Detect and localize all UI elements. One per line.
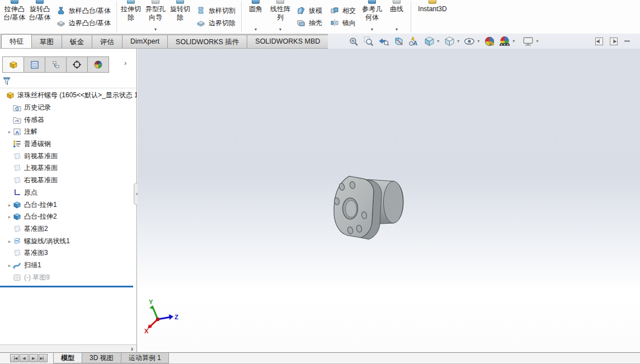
view-annotations-icon[interactable]: A (408, 36, 420, 47)
tree-item-history[interactable]: 历史记录 (0, 102, 137, 114)
expand-arrow-icon[interactable]: ▶ (7, 239, 12, 243)
tab-solidworks-mbd[interactable]: SOLIDWORKS MBD (247, 35, 328, 48)
linear-pattern-button[interactable]: 线性阵 列 ▾ (268, 0, 293, 34)
dimxpertmanager-tab[interactable] (66, 56, 88, 73)
tree-filter-icon[interactable] (2, 77, 12, 86)
tab-solidworks-addins[interactable]: SOLIDWORKS 插件 (167, 35, 247, 48)
boundary-cut-button[interactable]: 边界切除 (196, 18, 236, 28)
display-style-caret[interactable]: ▾ (457, 39, 459, 44)
model-tab[interactable]: 模型 (53, 353, 82, 363)
apply-scene-caret[interactable]: ▾ (512, 39, 515, 44)
z-axis-arrowhead (169, 314, 173, 320)
view-orientation-caret[interactable]: ▾ (437, 39, 439, 44)
previous-view-icon[interactable] (378, 36, 389, 47)
prev-tab-icon[interactable]: ◀ (20, 354, 29, 362)
tree-item-material[interactable]: 普通碳钢 (0, 138, 137, 150)
tab-features[interactable]: 特征 (1, 34, 32, 48)
shell-button[interactable]: 抽壳 (297, 18, 322, 28)
tree-item-front-plane[interactable]: 前视基准面 (0, 150, 137, 162)
model-center-bore (343, 198, 358, 219)
linear-pattern-icon (276, 0, 284, 4)
featuremanager-tree-tab[interactable] (2, 56, 24, 73)
tab-sheet-metal[interactable]: 钣金 (62, 35, 92, 48)
display-sphere-icon (93, 60, 103, 69)
apply-scene-icon[interactable] (499, 36, 510, 47)
tab-sketch[interactable]: 草图 (31, 35, 62, 48)
expand-arrow-icon[interactable]: ▶ (7, 130, 12, 134)
extruded-boss-button[interactable]: 拉伸凸 台/基体 (2, 0, 27, 34)
tree-horizontal-scrollbar[interactable]: › (0, 344, 137, 352)
propertymanager-tab[interactable] (23, 56, 45, 73)
tab-dimxpert[interactable]: DimXpert (122, 35, 168, 48)
configuration-tree-icon (51, 60, 60, 69)
view-orientation-icon[interactable] (423, 36, 435, 47)
tree-item-sweep[interactable]: ▶ 扫描1 (0, 259, 137, 272)
motion-study-tab[interactable]: 运动算例 1 (121, 353, 169, 363)
expand-pane-right-icon[interactable]: ▕▶ (610, 37, 618, 45)
tree-item-boss-extrude1[interactable]: ▶ 凸台-拉伸1 (0, 198, 137, 211)
tree-item-plane2[interactable]: 基准面2 (0, 223, 137, 235)
next-tab-icon[interactable]: ▶ (29, 354, 38, 362)
edit-appearance-icon[interactable] (484, 36, 495, 47)
graphics-viewport[interactable]: Y Z X (138, 49, 640, 352)
zoom-to-fit-icon[interactable] (348, 36, 359, 47)
reference-geometry-dropdown-caret[interactable]: ▾ (371, 27, 373, 34)
view-settings-icon[interactable] (523, 36, 534, 47)
display-style-icon[interactable] (444, 36, 455, 47)
ribbon-separator (241, 1, 242, 32)
shell-icon (297, 18, 305, 27)
draft-button[interactable]: 拔模 (297, 6, 322, 16)
expand-arrow-icon[interactable]: ▶ (7, 263, 12, 267)
expand-arrow-icon[interactable]: ▶ (7, 215, 12, 219)
tab-evaluate[interactable]: 评估 (92, 35, 123, 48)
intersect-button[interactable]: 相交 (330, 6, 356, 16)
panel-flyout-chevron[interactable]: › (124, 59, 126, 67)
instant3d-button[interactable]: Instant3D (413, 0, 452, 34)
tree-item-sensors[interactable]: 传感器 (0, 114, 137, 126)
section-view-icon[interactable] (393, 36, 404, 47)
reference-geometry-button[interactable]: 参考几 何体 ▾ (360, 0, 384, 34)
extruded-cut-button[interactable]: 拉伸切 除 (119, 0, 143, 34)
rollback-bar[interactable] (0, 286, 133, 287)
curves-icon (393, 0, 401, 4)
tree-item-top-plane[interactable]: 上视基准面 (0, 162, 137, 174)
tree-item-sketch9[interactable]: (-) 草图9 (0, 271, 137, 283)
first-tab-icon[interactable]: ▕◀ (10, 354, 19, 362)
curves-dropdown-caret[interactable]: ▾ (396, 27, 398, 34)
view-settings-caret[interactable]: ▾ (536, 39, 538, 44)
scroll-right-chevron[interactable]: › (131, 345, 133, 353)
revolved-boss-button[interactable]: 旋转凸 台/基体 (27, 0, 52, 34)
fillet-button[interactable]: 圆角 ▾ (243, 0, 268, 34)
tree-item-boss-extrude2[interactable]: ▶ 凸台-拉伸2 (0, 211, 137, 223)
fillet-dropdown-caret[interactable]: ▾ (255, 27, 257, 34)
revolved-cut-button[interactable]: 旋转切 除 (168, 0, 192, 34)
hole-wizard-button[interactable]: 异型孔 向导 ▾ (143, 0, 168, 34)
lofted-boss-button[interactable]: 放样凸台/基体 (57, 6, 111, 16)
tree-root-part[interactable]: 滚珠丝杆螺母 (1605<<默认>_显示状态 1 (0, 89, 137, 102)
configurationmanager-tab[interactable] (45, 56, 67, 73)
curves-button[interactable]: 曲线 ▾ (384, 0, 409, 34)
hole-wizard-dropdown-caret[interactable]: ▾ (154, 27, 157, 34)
tree-item-right-plane[interactable]: 右视基准面 (0, 174, 137, 187)
hide-show-items-icon[interactable] (464, 36, 475, 47)
taskpane-handle[interactable] (624, 40, 630, 42)
lofted-cut-button[interactable]: 放样切割 (196, 6, 236, 16)
instant3d-icon (429, 0, 436, 4)
zoom-to-area-icon[interactable] (363, 36, 374, 47)
linear-pattern-dropdown-caret[interactable]: ▾ (279, 27, 281, 34)
collapse-pane-left-icon[interactable]: ◀▏ (595, 37, 603, 45)
hide-show-items-caret[interactable]: ▾ (477, 39, 479, 44)
mirror-button[interactable]: 镜向 (330, 18, 356, 28)
3d-views-tab[interactable]: 3D 视图 (82, 353, 121, 363)
sensors-folder-icon (12, 115, 21, 124)
boundary-boss-button[interactable]: 边界凸台/基体 (57, 18, 111, 28)
tree-item-origin[interactable]: 原点 (0, 187, 137, 199)
displaymanager-tab[interactable] (87, 56, 109, 73)
tree-item-helix[interactable]: ▶ 螺旋线/涡状线1 (0, 235, 137, 247)
plane-icon (12, 176, 21, 185)
model-ball-screw-nut[interactable] (327, 169, 419, 250)
tree-item-annotations[interactable]: ▶ A 注解 (0, 126, 137, 138)
expand-arrow-icon[interactable]: ▶ (7, 203, 12, 207)
last-tab-icon[interactable]: ▶▏ (39, 354, 48, 362)
tree-item-plane3[interactable]: 基准面3 (0, 247, 137, 259)
